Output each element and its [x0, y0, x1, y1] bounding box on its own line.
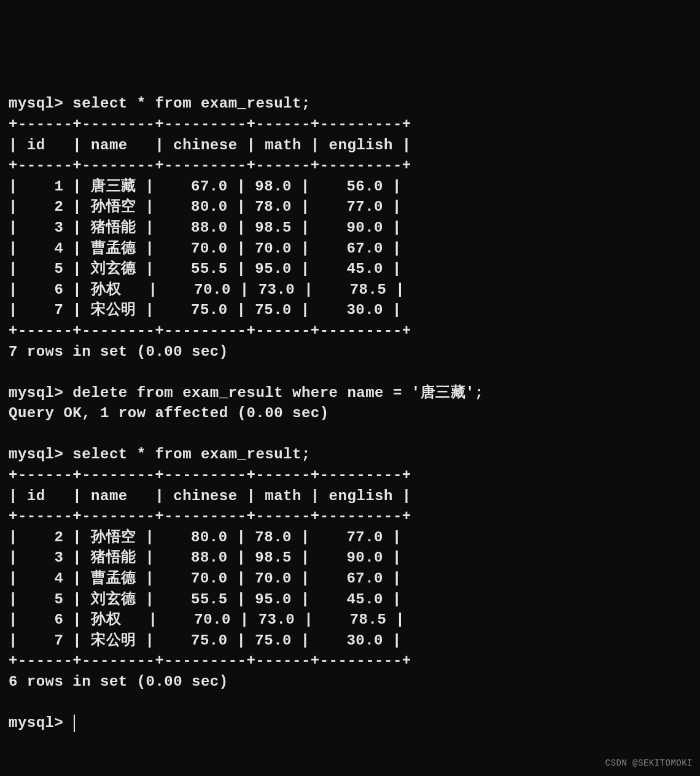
query-result: 6 rows in set (0.00 sec)	[9, 673, 228, 690]
sql-select-command: select * from exam_result;	[72, 95, 310, 112]
cursor-icon[interactable]	[74, 715, 75, 732]
table-row: | 4 | 曹孟德 | 70.0 | 70.0 | 67.0 |	[9, 240, 402, 257]
table-border: +------+--------+---------+------+------…	[9, 653, 411, 669]
table-border: +------+--------+---------+------+------…	[9, 467, 411, 484]
table-row: | 3 | 猪悟能 | 88.0 | 98.5 | 90.0 |	[9, 549, 402, 566]
table-border: +------+--------+---------+------+------…	[9, 157, 411, 174]
table-row: | 2 | 孙悟空 | 80.0 | 78.0 | 77.0 |	[9, 529, 402, 546]
table-header: | id | name | chinese | math | english |	[9, 137, 411, 154]
table-row: | 6 | 孙权 | 70.0 | 73.0 | 78.5 |	[9, 281, 405, 298]
table-row: | 7 | 宋公明 | 75.0 | 75.0 | 30.0 |	[9, 632, 402, 649]
table-row: | 3 | 猪悟能 | 88.0 | 98.5 | 90.0 |	[9, 219, 402, 236]
query-result: 7 rows in set (0.00 sec)	[9, 343, 228, 360]
mysql-prompt: mysql>	[9, 385, 72, 401]
table-row: | 7 | 宋公明 | 75.0 | 75.0 | 30.0 |	[9, 302, 402, 318]
table-row: | 4 | 曹孟德 | 70.0 | 70.0 | 67.0 |	[9, 570, 402, 587]
table-row: | 1 | 唐三藏 | 67.0 | 98.0 | 56.0 |	[9, 178, 402, 195]
table-row: | 6 | 孙权 | 70.0 | 73.0 | 78.5 |	[9, 611, 405, 628]
table-border: +------+--------+---------+------+------…	[9, 323, 411, 339]
table-row: | 5 | 刘玄德 | 55.5 | 95.0 | 45.0 |	[9, 591, 402, 608]
terminal-output: mysql> select * from exam_result; +-----…	[9, 93, 691, 733]
mysql-prompt: mysql>	[9, 95, 72, 112]
sql-delete-command: delete from exam_result where name = '唐三…	[72, 385, 484, 401]
table-border: +------+--------+---------+------+------…	[9, 116, 411, 133]
table-header: | id | name | chinese | math | english |	[9, 488, 411, 504]
table-row: | 2 | 孙悟空 | 80.0 | 78.0 | 77.0 |	[9, 198, 402, 215]
table-border: +------+--------+---------+------+------…	[9, 508, 411, 525]
sql-select-command: select * from exam_result;	[72, 446, 310, 463]
mysql-prompt[interactable]: mysql>	[9, 715, 72, 731]
mysql-prompt: mysql>	[9, 446, 72, 463]
query-result: Query OK, 1 row affected (0.00 sec)	[9, 405, 329, 421]
watermark-text: CSDN @SEKITOMOKI	[605, 758, 693, 770]
table-row: | 5 | 刘玄德 | 55.5 | 95.0 | 45.0 |	[9, 261, 402, 277]
